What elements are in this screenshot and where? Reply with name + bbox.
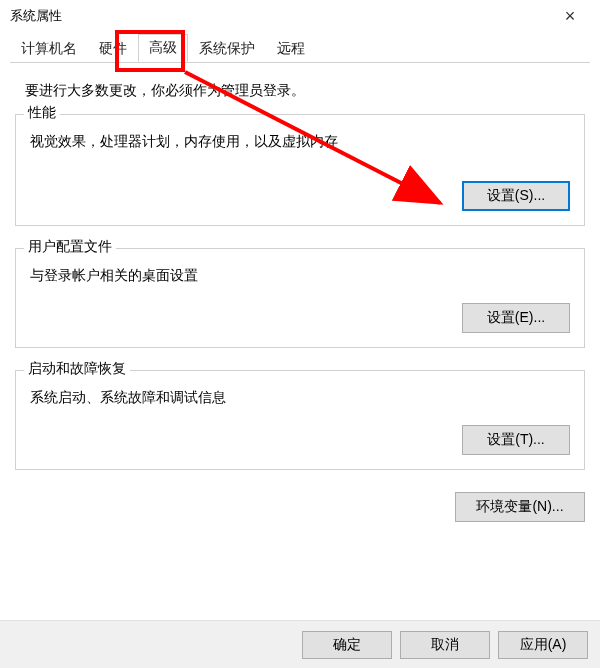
tab-hardware[interactable]: 硬件 — [88, 35, 138, 62]
group-desc: 与登录帐户相关的桌面设置 — [30, 267, 570, 285]
tab-computer-name[interactable]: 计算机名 — [10, 35, 88, 62]
tab-content: 要进行大多数更改，你必须作为管理员登录。 性能 视觉效果，处理器计划，内存使用，… — [0, 62, 600, 470]
tab-remote[interactable]: 远程 — [266, 35, 316, 62]
group-desc: 系统启动、系统故障和调试信息 — [30, 389, 570, 407]
group-title: 启动和故障恢复 — [24, 360, 130, 378]
window-title: 系统属性 — [10, 7, 550, 25]
tab-label: 系统保护 — [199, 40, 255, 56]
tab-system-protection[interactable]: 系统保护 — [188, 35, 266, 62]
apply-button[interactable]: 应用(A) — [498, 631, 588, 659]
performance-settings-button[interactable]: 设置(S)... — [462, 181, 570, 211]
profiles-settings-button[interactable]: 设置(E)... — [462, 303, 570, 333]
group-user-profiles: 用户配置文件 与登录帐户相关的桌面设置 设置(E)... — [15, 248, 585, 348]
tab-label: 计算机名 — [21, 40, 77, 56]
tab-label: 远程 — [277, 40, 305, 56]
ok-button[interactable]: 确定 — [302, 631, 392, 659]
tab-underline — [10, 62, 590, 63]
tab-advanced[interactable]: 高级 — [138, 34, 188, 62]
cancel-button[interactable]: 取消 — [400, 631, 490, 659]
titlebar: 系统属性 × — [0, 0, 600, 32]
group-startup-recovery: 启动和故障恢复 系统启动、系统故障和调试信息 设置(T)... — [15, 370, 585, 470]
dialog-buttons: 确定 取消 应用(A) — [0, 620, 600, 668]
group-title: 性能 — [24, 104, 60, 122]
tab-strip: 计算机名 硬件 高级 系统保护 远程 — [0, 32, 600, 62]
startup-settings-button[interactable]: 设置(T)... — [462, 425, 570, 455]
group-title: 用户配置文件 — [24, 238, 116, 256]
group-performance: 性能 视觉效果，处理器计划，内存使用，以及虚拟内存 设置(S)... — [15, 114, 585, 226]
tab-label: 高级 — [149, 39, 177, 55]
admin-notice: 要进行大多数更改，你必须作为管理员登录。 — [25, 82, 585, 100]
tab-label: 硬件 — [99, 40, 127, 56]
close-icon[interactable]: × — [550, 6, 590, 27]
group-desc: 视觉效果，处理器计划，内存使用，以及虚拟内存 — [30, 133, 570, 151]
environment-variables-button[interactable]: 环境变量(N)... — [455, 492, 585, 522]
